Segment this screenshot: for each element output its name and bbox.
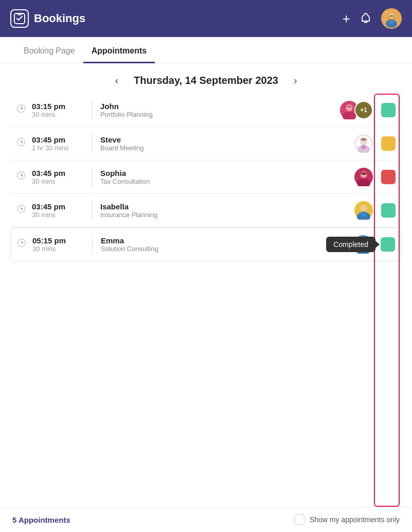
svg-rect-4 [389,21,393,24]
appt-time: 03:45 pm [32,169,83,178]
svg-point-10 [346,104,352,111]
footer: 5 Appointments Show my appointments only [0,507,412,532]
appointments-count: 5 Appointments [12,516,70,524]
appt-service: Board Meeting [100,144,350,152]
tab-booking-page[interactable]: Booking Page [15,37,83,63]
clock-icon [16,204,26,216]
appt-divider [92,201,92,220]
appt-info: Emma Solution Consulting [101,236,350,253]
appt-time-block: 05:15 pm 30 mins [32,236,84,253]
appt-time-block: 03:45 pm 30 mins [32,202,83,219]
header-actions: + [343,8,402,29]
logo-icon [10,9,29,28]
appt-name: Isabella [100,202,350,211]
svg-rect-17 [362,145,366,149]
extra-attendees-badge: +1 [354,101,373,119]
appt-divider [92,134,92,153]
svg-rect-30 [361,211,366,217]
appt-service: Insurance Planning [100,211,350,219]
header-logo: Bookings [10,9,85,28]
show-my-appointments-checkbox[interactable] [294,515,304,525]
appointment-row[interactable]: 03:15 pm 30 mins John Portfolio Planning… [10,94,402,127]
appt-avatars: +1 [340,101,373,119]
appt-time-block: 03:45 pm 1 hr 30 mins [32,135,83,152]
appt-avatars [354,134,373,153]
footer-right: Show my appointments only [294,515,400,525]
next-date-button[interactable]: › [289,73,302,88]
add-button[interactable]: + [343,11,350,27]
appointments-list: 03:15 pm 30 mins John Portfolio Planning… [0,94,412,507]
appt-duration: 1 hr 30 mins [32,144,83,152]
appt-status-dot[interactable] [381,136,396,151]
completed-tooltip: Completed [326,237,375,252]
date-label: Thursday, 14 September 2023 [134,75,278,86]
appt-time-block: 03:45 pm 30 mins [32,169,83,185]
clock-icon [16,171,26,183]
appt-service: Solution Consulting [101,245,350,253]
appt-status-dot[interactable] [381,170,396,184]
app-container: Bookings + Bo [0,0,412,532]
appt-service: Tax Consultation [100,178,350,185]
appt-duration: 30 mins [32,211,83,219]
appt-info: Sophia Tax Consultation [100,169,350,185]
appt-duration: 30 mins [32,178,83,185]
appt-time: 05:15 pm [32,236,84,245]
appointment-row[interactable]: 03:45 pm 1 hr 30 mins Steve Board Meetin… [10,127,402,161]
clock-icon [16,137,26,149]
show-my-appointments-label: Show my appointments only [310,516,400,524]
app-title: Bookings [34,12,85,25]
clock-icon [16,104,26,116]
appt-service: Portfolio Planning [100,111,336,118]
appt-name: Steve [100,135,350,144]
appt-time: 03:15 pm [32,102,83,111]
appt-status-dot[interactable] [381,237,395,252]
appt-info: John Portfolio Planning [100,102,336,118]
appt-time-block: 03:15 pm 30 mins [32,102,83,118]
appt-avatars [354,201,373,220]
appointment-row[interactable]: 05:15 pm 30 mins Emma Solution Consultin… [10,227,402,261]
appt-status-dot[interactable] [381,203,396,218]
appt-divider [92,101,92,119]
appt-info: Isabella Insurance Planning [100,202,350,219]
svg-point-29 [361,205,367,211]
appt-info: Steve Board Meeting [100,135,350,152]
prev-date-button[interactable]: ‹ [110,73,123,88]
appt-avatars [354,168,373,186]
appt-name: Sophia [100,169,350,178]
appt-time: 03:45 pm [32,202,83,211]
user-avatar[interactable] [381,8,402,29]
bell-icon-button[interactable] [360,12,372,25]
appt-duration: 30 mins [32,111,83,118]
appt-duration: 30 mins [32,245,84,253]
appointment-row[interactable]: 03:45 pm 30 mins Isabella Insurance Plan… [10,194,402,227]
header: Bookings + [0,0,412,37]
appt-divider [92,235,93,254]
appt-name: Emma [101,236,350,245]
tabs-bar: Booking Page Appointments [0,37,412,63]
tab-appointments[interactable]: Appointments [83,37,155,63]
appt-status-dot[interactable] [381,103,396,117]
svg-point-19 [361,138,367,141]
appointment-row[interactable]: 03:45 pm 30 mins Sophia Tax Consultation [10,161,402,194]
appt-time: 03:45 pm [32,135,83,144]
date-nav: ‹ Thursday, 14 September 2023 › [0,63,412,94]
clock-icon [17,238,26,250]
appt-divider [92,168,92,186]
appt-name: John [100,102,336,111]
